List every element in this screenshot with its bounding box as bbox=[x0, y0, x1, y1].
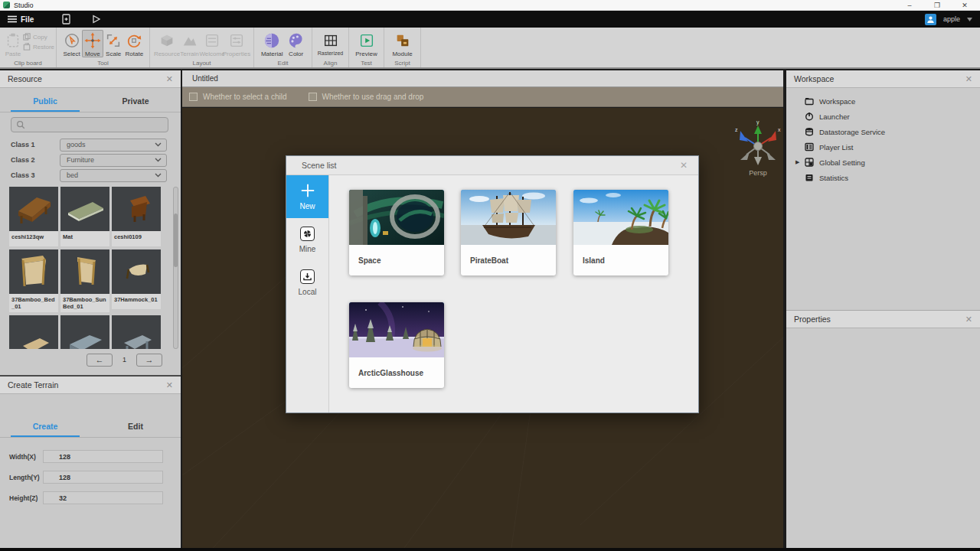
search-icon bbox=[16, 120, 25, 129]
new-file-button[interactable] bbox=[61, 14, 71, 24]
close-button[interactable]: ✕ bbox=[960, 0, 969, 11]
app-logo-icon bbox=[3, 2, 10, 8]
file-menu[interactable]: File bbox=[0, 11, 41, 28]
left-panel-column: Resource ✕ Public Private Class 1 goods … bbox=[0, 70, 181, 548]
select-button[interactable]: Select bbox=[61, 30, 82, 57]
search-input[interactable] bbox=[28, 121, 143, 129]
width-field[interactable] bbox=[43, 450, 163, 463]
scene-dialog-close-icon[interactable]: ✕ bbox=[680, 160, 688, 171]
rotate-icon bbox=[126, 31, 142, 50]
scene-card-space[interactable]: Space bbox=[349, 190, 444, 276]
scene-dialog-main: Space bbox=[330, 175, 698, 412]
tab-private[interactable]: Private bbox=[90, 91, 181, 112]
material-button[interactable]: Material bbox=[259, 30, 285, 57]
terrain-toggle-button[interactable]: Terrain bbox=[179, 30, 200, 57]
scrollbar-thumb[interactable] bbox=[174, 214, 178, 267]
search-box[interactable] bbox=[11, 117, 168, 132]
length-field[interactable] bbox=[43, 471, 163, 484]
class3-select[interactable]: bed bbox=[60, 169, 167, 182]
view-gizmo[interactable]: y z x Persp bbox=[729, 123, 783, 177]
resource-close-icon[interactable]: ✕ bbox=[166, 74, 173, 84]
tab-mine-scene[interactable]: Mine bbox=[286, 218, 328, 261]
tree-item-label: Workspace bbox=[819, 97, 855, 106]
workspace-panel-title: Workspace bbox=[794, 74, 834, 83]
class2-select[interactable]: Furniture bbox=[60, 154, 167, 167]
resource-item[interactable]: ceshi0109 bbox=[112, 187, 161, 246]
copy-icon bbox=[23, 33, 31, 41]
move-button[interactable]: Move bbox=[82, 30, 103, 57]
global-setting-icon bbox=[805, 158, 814, 167]
resource-toggle-button[interactable]: Resource bbox=[155, 30, 179, 57]
height-row: Height(Z) bbox=[9, 491, 163, 504]
run-button[interactable] bbox=[91, 14, 101, 24]
group-label-test: Test bbox=[349, 60, 384, 67]
properties-toggle-button[interactable]: Properties bbox=[224, 30, 249, 57]
next-page-button[interactable]: → bbox=[136, 354, 162, 367]
resource-item-name: Mat bbox=[60, 231, 109, 246]
tree-item-globalsetting[interactable]: ▶ Global Setting bbox=[786, 155, 980, 170]
tab-public[interactable]: Public bbox=[0, 91, 90, 112]
tree-item-playerlist[interactable]: Player List bbox=[786, 139, 980, 155]
resource-item[interactable]: 37Bamboo_Bed_01 bbox=[9, 249, 58, 312]
resource-item[interactable]: 37Hammock_01 bbox=[112, 249, 161, 312]
minimize-button[interactable]: – bbox=[905, 0, 914, 11]
toolbar-group-align: Rasterized Align bbox=[312, 28, 349, 67]
group-label-layout: Layout bbox=[150, 60, 253, 67]
gizmo-persp-label[interactable]: Persp bbox=[729, 169, 783, 177]
restore-button[interactable]: Restore bbox=[23, 43, 54, 51]
module-icon bbox=[394, 31, 411, 50]
select-label: Select bbox=[64, 51, 80, 57]
workspace-icon bbox=[805, 96, 814, 106]
chevron-down-icon[interactable] bbox=[967, 18, 972, 21]
preview-button[interactable]: Preview bbox=[354, 30, 379, 57]
class1-select[interactable]: goods bbox=[60, 139, 167, 152]
new-file-icon bbox=[61, 14, 71, 24]
tab-edit[interactable]: Edit bbox=[90, 416, 181, 437]
class1-value: goods bbox=[67, 141, 155, 148]
tab-local-scene[interactable]: Local bbox=[286, 261, 328, 304]
tree-item-workspace[interactable]: Workspace bbox=[786, 93, 980, 109]
color-button[interactable]: Color bbox=[285, 30, 307, 57]
tree-item-statistics[interactable]: Statistics bbox=[786, 170, 980, 185]
expand-caret-icon[interactable]: ▶ bbox=[795, 159, 799, 165]
tree-item-launcher[interactable]: Launcher bbox=[786, 109, 980, 124]
resource-item-partial[interactable] bbox=[112, 315, 161, 349]
terrain-close-icon[interactable]: ✕ bbox=[166, 380, 173, 390]
user-avatar[interactable] bbox=[925, 14, 936, 25]
prev-page-button[interactable]: ← bbox=[87, 354, 113, 367]
copy-button[interactable]: Copy bbox=[23, 33, 54, 41]
tab-create[interactable]: Create bbox=[0, 416, 90, 437]
restore-icon bbox=[23, 43, 31, 51]
workspace-close-icon[interactable]: ✕ bbox=[965, 74, 972, 84]
terrain-panel-title: Create Terrain bbox=[8, 380, 58, 390]
tab-new-scene[interactable]: New bbox=[286, 175, 328, 218]
plus-icon bbox=[300, 183, 315, 198]
resource-scrollbar[interactable] bbox=[173, 187, 178, 349]
welcome-toggle-label: Welcome bbox=[199, 51, 224, 57]
drag-drop-checkbox[interactable] bbox=[309, 93, 317, 101]
module-button[interactable]: Module bbox=[389, 30, 416, 57]
scene-card-arcticglasshouse[interactable]: ArcticGlasshouse bbox=[349, 302, 444, 388]
scene-card-pirateboat[interactable]: PirateBoat bbox=[461, 190, 556, 276]
height-field[interactable] bbox=[43, 491, 163, 504]
rasterized-button[interactable]: Rasterized bbox=[317, 30, 344, 56]
rotate-button[interactable]: Rotate bbox=[124, 30, 145, 57]
scene-card-island[interactable]: Island bbox=[573, 190, 668, 276]
paste-button[interactable]: Paste bbox=[5, 30, 21, 57]
properties-close-icon[interactable]: ✕ bbox=[965, 315, 972, 324]
resource-item-partial[interactable] bbox=[60, 315, 109, 349]
right-panel-column: Workspace ✕ Workspace Launcher Datastora… bbox=[785, 70, 980, 548]
select-child-checkbox[interactable] bbox=[189, 93, 198, 101]
properties-icon bbox=[228, 31, 245, 50]
chevron-down-icon bbox=[155, 158, 162, 162]
resource-item[interactable]: ceshi123qw bbox=[9, 187, 58, 246]
maximize-button[interactable]: ❐ bbox=[933, 0, 942, 11]
tree-item-datastorage[interactable]: Datastorage Service bbox=[786, 124, 980, 139]
resource-item[interactable]: Mat bbox=[60, 187, 109, 246]
viewport-tab[interactable]: Untitled bbox=[182, 70, 783, 87]
scale-button[interactable]: Scale bbox=[103, 30, 124, 57]
page-number: 1 bbox=[122, 356, 126, 364]
resource-item[interactable]: 37Bamboo_SunBed_01 bbox=[60, 249, 109, 312]
welcome-toggle-button[interactable]: Welcome bbox=[200, 30, 224, 57]
resource-item-partial[interactable] bbox=[9, 315, 58, 349]
